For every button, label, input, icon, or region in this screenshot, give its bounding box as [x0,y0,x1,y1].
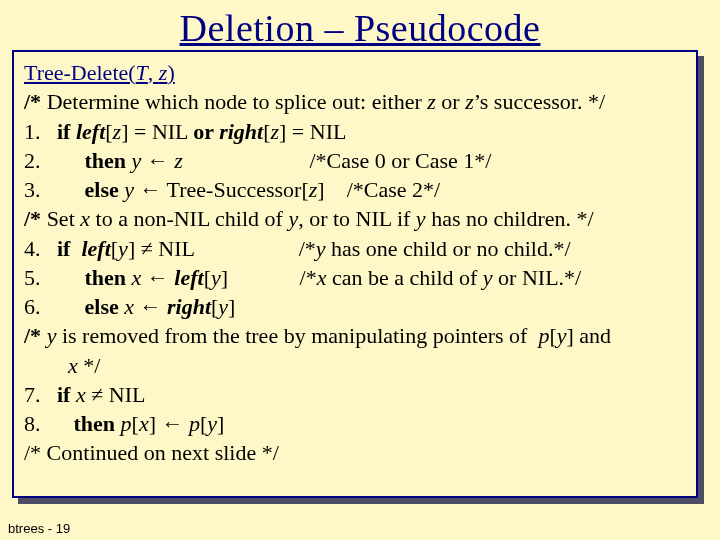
line-6: 6. else x ← right[y] [24,292,686,321]
pseudocode-box: Tree-Delete(T, z) /* Determine which nod… [12,50,698,498]
signature-line: Tree-Delete(T, z) [24,58,686,87]
line-7: 7. if x ≠ NIL [24,380,686,409]
func-sig: Tree-Delete(T, z) [24,60,175,85]
line-1: 1. if left[z] = NIL or right[z] = NIL [24,117,686,146]
line-3: 3. else y ← Tree-Successor[z] /*Case 2*/ [24,175,686,204]
comment-3b: x */ [24,351,686,380]
comment-2: /* Set x to a non-NIL child of y, or to … [24,204,686,233]
slide-title: Deletion – Pseudocode [0,6,720,50]
line-2: 2. then y ← z /*Case 0 or Case 1*/ [24,146,686,175]
comment-3a: /* y is removed from the tree by manipul… [24,321,686,350]
line-8: 8. then p[x] ← p[y] [24,409,686,438]
line-4: 4. if left[y] ≠ NIL /*y has one child or… [24,234,686,263]
page-footer: btrees - 19 [8,521,70,536]
line-5: 5. then x ← left[y] /*x can be a child o… [24,263,686,292]
comment-1: /* Determine which node to splice out: e… [24,87,686,116]
comment-4: /* Continued on next slide */ [24,438,686,467]
